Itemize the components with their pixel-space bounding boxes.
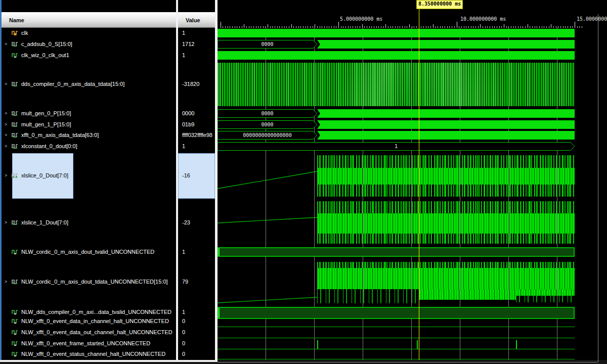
signal-name-label: xlconstant_0_dout[0:0] [21, 143, 77, 149]
wave-dense-analog-band [218, 63, 575, 106]
bus-value-segment: 0000 [218, 120, 317, 129]
bus-signal-icon [12, 41, 19, 47]
bus-value-segment: 0000 [218, 109, 317, 118]
bus-signal-icon [12, 143, 19, 149]
ruler-tick [282, 26, 282, 28]
ruler-time-label: 15.0000000 [577, 16, 607, 22]
signal-row-name-8[interactable]: >xlslice_0_Dout[7:0] [2, 171, 176, 180]
expander-chevron-icon[interactable]: > [2, 220, 12, 225]
signal-value-panel: Value 117121-31820000001b9ffff032ffffe98… [178, 0, 215, 360]
ruler-tick [237, 26, 237, 28]
signal-row-name-15[interactable]: NLW_xfft_0_event_frame_started_UNCONNECT… [2, 339, 176, 348]
ruler-tick [251, 26, 251, 28]
ruler-tick [549, 26, 549, 28]
signal-row-name-5[interactable]: >mult_gen_1_P[15:0] [2, 120, 176, 129]
time-cursor-label[interactable]: 8.350000000 ms [416, 0, 463, 9]
ruler-tick [570, 26, 571, 28]
ruler-tick [483, 26, 483, 28]
ruler-tick [261, 26, 261, 28]
ruler-tick [468, 26, 469, 28]
expander-chevron-icon[interactable]: > [2, 122, 12, 127]
ruler-tick [348, 26, 349, 28]
signal-row-value-15[interactable]: 0 [178, 339, 215, 348]
ruler-tick [350, 26, 351, 28]
signal-row-value-2[interactable]: 1 [178, 51, 215, 60]
signal-row-value-6[interactable]: ffff032ffffe98 [178, 130, 215, 140]
ruler-tick [343, 26, 343, 28]
signal-row-value-13[interactable]: 0 [178, 316, 215, 326]
name-column-header[interactable]: Name [2, 12, 176, 28]
ruler-tick [385, 24, 386, 28]
expander-chevron-icon[interactable]: > [2, 144, 12, 149]
signal-row-name-1[interactable]: >c_addsub_0_S[15:0] [2, 39, 176, 49]
signal-row-value-14[interactable]: 0 [178, 328, 215, 337]
signal-name-label: clk [21, 30, 28, 36]
ruler-tick [445, 26, 445, 28]
name-column-title: Name [2, 17, 24, 23]
signal-row-name-11[interactable]: >NLW_cordic_0_m_axis_dout_tdata_UNCONNEC… [2, 277, 176, 286]
signal-row-value-3[interactable]: -31820 [178, 79, 215, 88]
ruler-tick [362, 24, 363, 28]
signal-row-name-10[interactable]: NLW_cordic_0_m_axis_dout_tvalid_UNCONNEC… [2, 247, 176, 256]
signal-row-name-16[interactable]: NLW_xfft_0_event_status_channel_halt_UNC… [2, 349, 176, 358]
signal-row-name-4[interactable]: >mult_gen_0_P[15:0] [2, 109, 176, 118]
expander-chevron-icon[interactable]: > [2, 173, 12, 178]
signal-row-name-13[interactable]: NLW_xfft_0_event_data_in_channel_halt_UN… [2, 316, 176, 326]
ruler-tick [244, 24, 244, 28]
ruler-tick [324, 26, 325, 28]
signal-row-value-9[interactable]: -23 [178, 218, 215, 227]
wave-active-bus-region [317, 40, 575, 49]
ruler-tick [230, 26, 230, 28]
signal-row-value-5[interactable]: 01b9 [178, 120, 215, 129]
signal-row-value-10[interactable]: 1 [178, 247, 215, 256]
wave-active-bus-region [317, 131, 575, 140]
signal-row-name-14[interactable]: NLW_xfft_0_event_data_out_channel_halt_U… [2, 328, 176, 337]
expander-chevron-icon[interactable]: > [2, 81, 12, 86]
value-column-header[interactable]: Value [178, 12, 215, 28]
signal-row-value-7[interactable]: 1 [178, 142, 215, 151]
signal-row-value-11[interactable]: 79 [178, 277, 215, 286]
wave-active-bus-region [317, 109, 575, 118]
signal-row-value-12[interactable]: 1 [178, 307, 215, 316]
ruler-tick [556, 26, 556, 28]
signal-name-label: NLW_dds_compiler_0_m_axi...data_tvalid_U… [21, 309, 171, 315]
ruler-tick [334, 26, 334, 28]
ruler-tick [353, 26, 353, 28]
svg-text:0000: 0000 [261, 111, 273, 116]
ruler-tick [435, 26, 436, 28]
ruler-tick [376, 26, 377, 28]
ruler-tick [317, 26, 318, 28]
signal-row-name-7[interactable]: >xlconstant_0_dout[0:0] [2, 142, 176, 151]
ruler-tick [539, 26, 540, 28]
ruler-tick [360, 26, 360, 28]
analog-ramp-trace [218, 200, 317, 245]
signal-row-name-12[interactable]: NLW_dds_compiler_0_m_axi...data_tvalid_U… [2, 307, 176, 316]
signal-row-name-0[interactable]: clk [2, 28, 176, 37]
signal-row-value-0[interactable]: 1 [178, 28, 215, 37]
signal-row-value-8[interactable]: -16 [178, 171, 215, 180]
signal-row-value-1[interactable]: 1712 [178, 39, 215, 49]
expander-chevron-icon[interactable]: > [2, 279, 12, 284]
ruler-tick [374, 26, 374, 28]
expander-chevron-icon[interactable]: > [2, 132, 12, 138]
ruler-tick [327, 26, 327, 28]
ruler-tick [258, 26, 258, 28]
waveform-canvas[interactable]: 8.350000000 ms 5.000000000 ms10.00000000… [218, 0, 607, 364]
ruler-tick [546, 26, 547, 28]
signal-row-value-4[interactable]: 0000 [178, 109, 215, 118]
signal-row-value-16[interactable]: 0 [178, 349, 215, 358]
ruler-tick [473, 26, 473, 28]
ruler-time-label: 10.000000000 ms [460, 16, 506, 22]
signal-row-name-2[interactable]: clk_wiz_0_clk_out1 [2, 51, 176, 60]
signal-row-name-3[interactable]: >dds_compiler_0_m_axis_data_tdata[15:0] [2, 79, 176, 88]
time-cursor-line[interactable] [419, 9, 419, 360]
signal-row-name-9[interactable]: >xlslice_1_Dout[7:0] [2, 218, 176, 227]
ruler-tick [577, 26, 578, 28]
ruler-tick [537, 26, 537, 28]
analog-ramp-trace [218, 259, 317, 304]
wave-pulse-tick [317, 340, 318, 349]
ruler-tick [409, 24, 410, 28]
expander-chevron-icon[interactable]: > [2, 111, 12, 116]
signal-row-name-6[interactable]: >xfft_0_m_axis_data_tdata[63:0] [2, 130, 176, 140]
expander-chevron-icon[interactable]: > [2, 41, 12, 47]
